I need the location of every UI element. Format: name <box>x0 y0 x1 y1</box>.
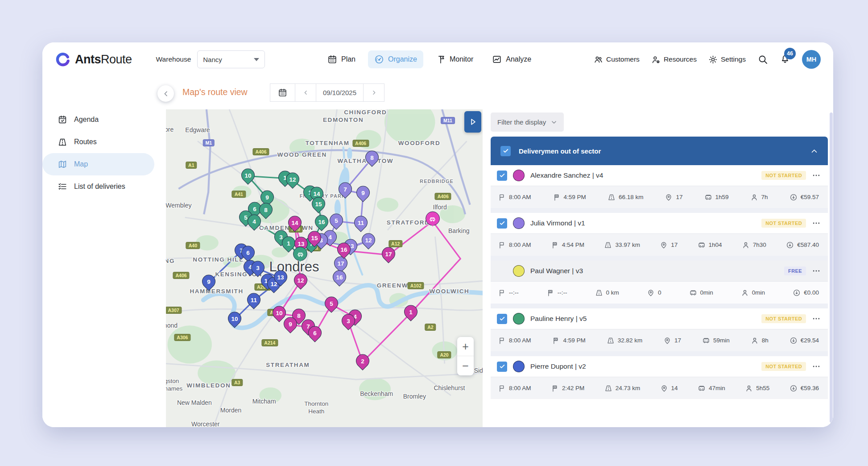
status-badge: NOT STARTED <box>761 314 806 323</box>
deliveryman-row: Julia Virmond | v1 NOT STARTED 8:00 AM 4… <box>491 213 828 261</box>
deliveryman-row-header[interactable]: Pauline Henry | v5 NOT STARTED <box>491 308 828 329</box>
stops-count: 14 <box>671 385 678 391</box>
main-nav: Plan Organize Monitor Analyze <box>321 50 537 68</box>
deliverymen-section-header[interactable]: Deliverymen out of sector <box>491 137 828 165</box>
customers-icon <box>594 55 603 64</box>
drive-time-icon <box>689 289 697 297</box>
stops-pin-icon <box>663 337 671 345</box>
map-zoom-control: + − <box>457 337 474 375</box>
calendar-button[interactable] <box>270 83 295 102</box>
cost-icon <box>793 289 801 297</box>
end-time: --:-- <box>558 289 567 296</box>
stops-count: 17 <box>671 241 678 248</box>
resources-icon <box>651 55 661 64</box>
deliveryman-row-header[interactable]: Paul Wagner | v3 FREE <box>491 261 828 281</box>
more-menu-icon[interactable] <box>812 362 821 371</box>
deliverymen-list: Alexandre Sanchez | v4 NOT STARTED 8:00 … <box>491 165 828 399</box>
start-flag-icon <box>498 241 506 249</box>
zoom-in-button[interactable]: + <box>457 337 474 356</box>
nav-resources[interactable]: Resources <box>651 55 697 64</box>
drive-time-icon <box>698 384 706 392</box>
row-checkbox[interactable] <box>497 218 507 229</box>
user-avatar[interactable]: MH <box>802 50 821 69</box>
deliveryman-row-header[interactable]: Alexandre Sanchez | v4 NOT STARTED <box>491 165 828 186</box>
warehouse-select[interactable]: Nancy <box>197 50 265 68</box>
work-duration: 7h <box>761 194 768 200</box>
sidebar-item-routes[interactable]: Routes <box>42 131 154 153</box>
deliveryman-avatar <box>513 170 525 181</box>
current-date: 09/10/2025 <box>316 83 364 102</box>
row-checkbox[interactable] <box>497 171 507 181</box>
more-menu-icon[interactable] <box>812 171 821 180</box>
more-menu-icon[interactable] <box>812 314 821 323</box>
sidebar-item-deliveries[interactable]: List of deliveries <box>42 175 154 198</box>
cost-icon <box>786 241 794 249</box>
distance-value: 24.73 km <box>616 385 641 391</box>
search-icon[interactable] <box>757 54 768 65</box>
map-canvas[interactable]: oreEdgwareEDMONTONCHINGFORDTOTTENHAMWOOD… <box>166 109 483 427</box>
start-time: --:-- <box>509 289 519 296</box>
vehicle-depot-marker[interactable] <box>293 246 307 261</box>
nav-organize[interactable]: Organize <box>368 50 423 68</box>
stops-pin-icon <box>660 241 668 249</box>
distance-icon <box>608 193 616 201</box>
chevron-right-icon <box>371 90 377 96</box>
next-day-button[interactable] <box>364 83 384 102</box>
row-checkbox[interactable] <box>497 362 507 372</box>
nav-monitor[interactable]: Monitor <box>430 50 479 68</box>
chevron-left-icon <box>303 90 309 96</box>
work-duration: 8h <box>762 337 769 344</box>
left-sidebar: Agenda Routes Map List of deliveries <box>42 76 166 427</box>
sidebar-item-agenda[interactable]: Agenda <box>42 108 154 131</box>
deliveryman-avatar <box>513 313 525 325</box>
deliveryman-row-header[interactable]: Pierre Dupont | v2 NOT STARTED <box>491 356 828 377</box>
signpost-icon <box>436 54 446 64</box>
notifications-button[interactable]: 46 <box>780 53 790 66</box>
start-flag-icon <box>498 289 506 297</box>
vehicle-depot-marker[interactable] <box>426 211 440 225</box>
status-badge: FREE <box>784 266 806 275</box>
route-lines <box>166 109 483 427</box>
antsroute-logo-icon <box>55 51 71 67</box>
collapse-sidebar-button[interactable] <box>157 85 174 102</box>
status-badge: NOT STARTED <box>761 219 806 228</box>
panel-scrollbar[interactable] <box>830 112 833 423</box>
finish-flag-icon <box>551 241 559 249</box>
deliveryman-row-header[interactable]: Julia Virmond | v1 NOT STARTED <box>491 213 828 233</box>
work-duration-icon <box>750 193 758 201</box>
chart-icon <box>492 54 502 64</box>
finish-flag-icon <box>553 193 561 201</box>
cost-icon <box>789 193 798 201</box>
sidebar-item-map[interactable]: Map <box>42 153 154 175</box>
chevron-up-icon <box>810 147 818 155</box>
start-time: 8:00 AM <box>509 241 531 248</box>
deliveryman-stats: 8:00 AM 2:42 PM 24.73 km 14 47min 5h55 €… <box>491 377 828 399</box>
more-menu-icon[interactable] <box>812 219 821 228</box>
brand-logo[interactable]: AntsRoute <box>55 51 132 67</box>
nav-plan[interactable]: Plan <box>321 50 362 68</box>
zoom-out-button[interactable]: − <box>457 356 474 375</box>
triangle-right-icon <box>468 117 477 126</box>
nav-customers[interactable]: Customers <box>594 55 640 64</box>
drive-time: 59min <box>713 337 730 344</box>
previous-day-button[interactable] <box>295 83 316 102</box>
warehouse-label: Warehouse <box>156 55 191 63</box>
row-checkbox[interactable] <box>497 314 507 324</box>
cost-icon <box>789 337 798 345</box>
stops-pin-icon <box>660 384 668 392</box>
select-all-checkbox[interactable] <box>500 146 511 156</box>
work-duration-icon <box>745 384 753 392</box>
collapse-map-panel-button[interactable] <box>464 111 481 133</box>
more-menu-icon[interactable] <box>812 266 821 275</box>
car-icon <box>297 250 304 258</box>
date-picker: 09/10/2025 <box>270 83 384 102</box>
map-icon <box>58 159 67 169</box>
end-time: 4:59 PM <box>563 337 585 344</box>
filter-display-dropdown[interactable]: Filter the display <box>491 112 564 132</box>
deliveryman-avatar <box>513 265 525 277</box>
nav-settings[interactable]: Settings <box>708 55 746 64</box>
nav-analyze[interactable]: Analyze <box>486 50 537 68</box>
stops-pin-icon <box>665 193 673 201</box>
drive-time-icon <box>704 193 712 201</box>
routes-icon <box>58 137 67 147</box>
